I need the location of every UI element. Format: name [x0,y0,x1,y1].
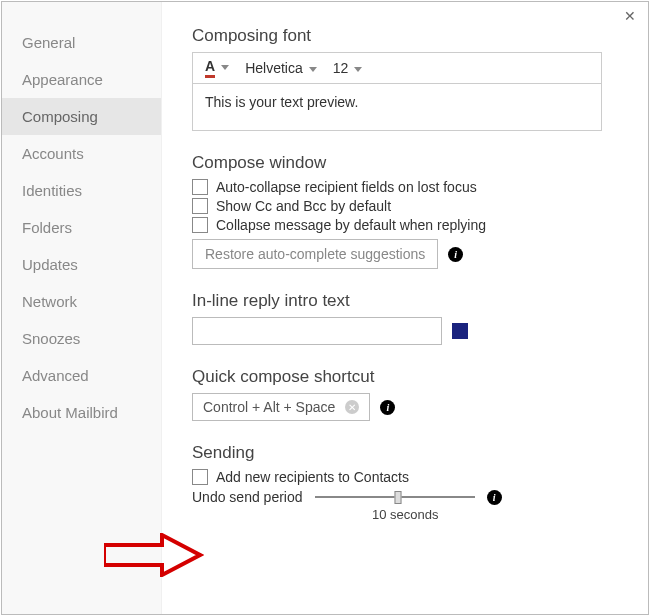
checkbox-label: Add new recipients to Contacts [216,469,409,485]
sidebar-item-appearance[interactable]: Appearance [2,61,161,98]
font-family-select[interactable]: Helvetica [245,60,317,76]
undo-send-row: Undo send period i [192,489,622,505]
sidebar: General Appearance Composing Accounts Id… [2,2,162,614]
font-color-icon: A [205,58,215,78]
sidebar-item-accounts[interactable]: Accounts [2,135,161,172]
sidebar-item-snoozes[interactable]: Snoozes [2,320,161,357]
checkbox-label: Collapse message by default when replyin… [216,217,486,233]
font-size-select[interactable]: 12 [333,60,363,76]
settings-window: ✕ General Appearance Composing Accounts … [1,1,649,615]
slider-thumb[interactable] [394,491,401,504]
color-swatch[interactable] [452,323,468,339]
close-icon[interactable]: ✕ [624,8,636,24]
checkbox-label: Auto-collapse recipient fields on lost f… [216,179,477,195]
checkbox-auto-collapse[interactable] [192,179,208,195]
section-title-sending: Sending [192,443,622,463]
info-icon[interactable]: i [448,247,463,262]
checkbox-row: Show Cc and Bcc by default [192,198,622,214]
inline-reply-intro-input[interactable] [192,317,442,345]
section-title-inline-reply: In-line reply intro text [192,291,622,311]
section-title-quick-compose: Quick compose shortcut [192,367,622,387]
sidebar-item-advanced[interactable]: Advanced [2,357,161,394]
checkbox-show-cc-bcc[interactable] [192,198,208,214]
section-sending: Sending Add new recipients to Contacts U… [192,443,622,522]
restore-autocomplete-button[interactable]: Restore auto-complete suggestions [192,239,438,269]
shortcut-field[interactable]: Control + Alt + Space ✕ [192,393,370,421]
checkbox-label: Show Cc and Bcc by default [216,198,391,214]
font-toolbar: A Helvetica 12 [192,52,602,84]
sidebar-item-folders[interactable]: Folders [2,209,161,246]
info-icon[interactable]: i [380,400,395,415]
clear-shortcut-icon[interactable]: ✕ [345,400,359,414]
section-quick-compose: Quick compose shortcut Control + Alt + S… [192,367,622,421]
sidebar-item-composing[interactable]: Composing [2,98,161,135]
checkbox-row: Auto-collapse recipient fields on lost f… [192,179,622,195]
sidebar-item-about[interactable]: About Mailbird [2,394,161,431]
undo-send-label: Undo send period [192,489,303,505]
undo-send-value: 10 seconds [372,507,622,522]
section-compose-window: Compose window Auto-collapse recipient f… [192,153,622,269]
sidebar-item-updates[interactable]: Updates [2,246,161,283]
sidebar-item-general[interactable]: General [2,24,161,61]
sidebar-item-identities[interactable]: Identities [2,172,161,209]
chevron-down-icon [221,65,229,70]
section-inline-reply: In-line reply intro text [192,291,622,345]
sidebar-item-network[interactable]: Network [2,283,161,320]
checkbox-row: Add new recipients to Contacts [192,469,622,485]
checkbox-add-contacts[interactable] [192,469,208,485]
checkbox-collapse-reply[interactable] [192,217,208,233]
section-title-compose-window: Compose window [192,153,622,173]
content-pane: Composing font A Helvetica 12 This is yo… [162,2,648,614]
info-icon[interactable]: i [487,490,502,505]
undo-send-slider[interactable] [315,490,475,504]
chevron-down-icon [309,67,317,72]
font-preview: This is your text preview. [192,84,602,131]
font-color-picker[interactable]: A [205,58,229,78]
chevron-down-icon [354,67,362,72]
section-composing-font: Composing font A Helvetica 12 This is yo… [192,26,622,131]
section-title-font: Composing font [192,26,622,46]
checkbox-row: Collapse message by default when replyin… [192,217,622,233]
